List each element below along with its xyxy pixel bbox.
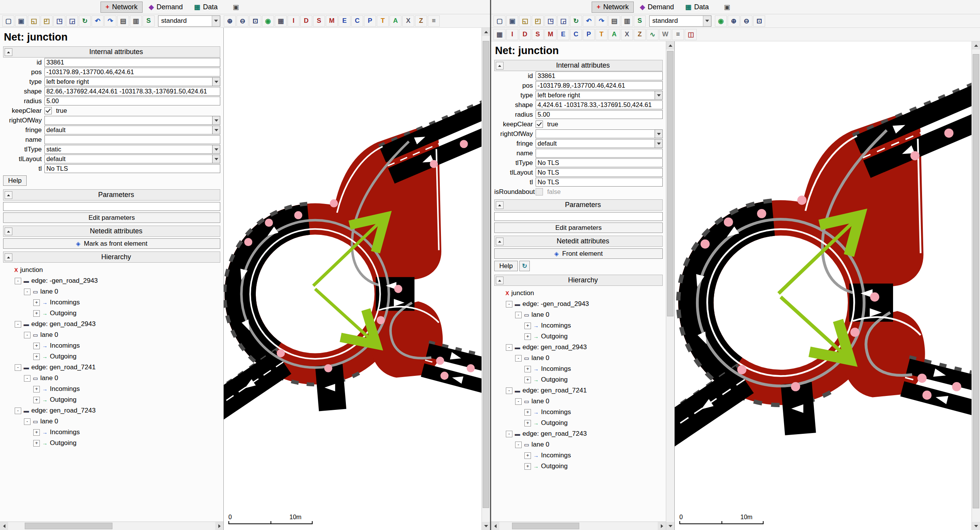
expander-icon[interactable]: - <box>515 398 522 405</box>
open-network-icon[interactable]: ◱ <box>28 15 40 27</box>
hierarchy-item[interactable]: - ▭ lane 0 <box>495 439 663 450</box>
collapse-icon[interactable] <box>5 191 12 199</box>
open-configuration-icon[interactable]: ◰ <box>532 15 544 27</box>
additional-mode-icon[interactable]: A <box>390 15 402 27</box>
expander-icon[interactable]: - <box>15 364 21 371</box>
open-configuration-icon[interactable]: ◰ <box>41 15 53 27</box>
hierarchy-item[interactable]: + → Outgoing <box>495 374 663 385</box>
menu-item[interactable] <box>536 5 544 9</box>
scroll-up-icon[interactable] <box>666 41 674 49</box>
window-frame-icon[interactable]: ▣ <box>233 3 239 11</box>
expander-icon[interactable]: - <box>515 442 522 448</box>
zoom-out-icon[interactable]: ⊖ <box>740 15 752 27</box>
collapse-icon[interactable] <box>5 228 12 235</box>
collapse-icon[interactable] <box>496 238 504 245</box>
compute-network-icon[interactable]: ▤ <box>117 15 129 27</box>
expander-icon[interactable]: + <box>33 310 40 317</box>
attribute-value-input[interactable]: left before right <box>44 77 213 86</box>
hierarchy-item[interactable]: + → Incomings <box>4 384 220 394</box>
save-network-icon[interactable]: ◳ <box>544 15 556 27</box>
zoom-in-icon[interactable]: ⊕ <box>224 15 236 27</box>
scroll-thumb[interactable] <box>512 523 579 529</box>
scroll-thumb[interactable] <box>973 54 979 508</box>
edit-parameters-button[interactable]: Edit parameters <box>494 223 663 233</box>
hierarchy-item[interactable]: X junction <box>4 265 220 275</box>
checkbox[interactable] <box>44 107 52 114</box>
attribute-value-input[interactable]: No TLS <box>536 178 663 187</box>
new-window-icon[interactable]: ▣ <box>506 15 518 27</box>
expander-icon[interactable]: + <box>524 323 531 329</box>
menu-item[interactable] <box>493 5 502 9</box>
expander-icon[interactable]: - <box>15 278 21 284</box>
hierarchy-item[interactable]: - ▬ edge: gen_road_2943 <box>495 342 663 353</box>
expander-icon[interactable]: + <box>33 440 40 447</box>
undo-icon[interactable]: ↶ <box>92 15 104 27</box>
hierarchy-item[interactable]: - ▭ lane 0 <box>495 309 663 320</box>
new-network-icon[interactable]: ▢ <box>493 15 505 27</box>
hierarchy-item[interactable]: - ▭ lane 0 <box>4 416 220 427</box>
inspect-mode-icon[interactable]: I <box>506 29 518 40</box>
open-sumo-gui-icon[interactable]: S <box>634 15 646 27</box>
zoom-fit-icon[interactable]: ⊡ <box>753 15 765 27</box>
options-icon[interactable]: ▥ <box>621 15 633 27</box>
hierarchy-item[interactable]: + → Incomings <box>4 340 220 351</box>
expander-icon[interactable]: + <box>524 409 531 416</box>
demand-tab[interactable]: ◆ Demand <box>635 2 679 13</box>
demand-tab[interactable]: ◆ Demand <box>144 2 188 13</box>
checkbox[interactable] <box>536 121 543 128</box>
hierarchy-item[interactable]: + → Outgoing <box>495 461 663 472</box>
attribute-value-input[interactable]: left before right <box>536 91 655 100</box>
menu-item[interactable] <box>553 5 561 9</box>
attribute-value-input[interactable] <box>44 116 213 125</box>
parameters-input[interactable] <box>494 212 663 221</box>
combo-arrow-icon[interactable] <box>655 139 663 148</box>
network-canvas[interactable]: 0 10m <box>674 41 971 530</box>
hierarchy-item[interactable]: + → Incomings <box>4 427 220 438</box>
connection-mode-icon[interactable]: C <box>570 29 582 40</box>
zoom-out-icon[interactable]: ⊖ <box>236 15 248 27</box>
combo-arrow-icon[interactable] <box>655 91 663 100</box>
hierarchy-item[interactable]: + → Outgoing <box>495 418 663 428</box>
delete-mode-icon[interactable]: D <box>519 29 531 40</box>
combo-arrow-icon[interactable] <box>213 77 220 86</box>
crossing-mode-icon[interactable]: X <box>621 29 633 40</box>
menu-item[interactable] <box>544 5 553 9</box>
hierarchy-item[interactable]: - ▭ lane 0 <box>4 286 220 297</box>
expander-icon[interactable]: + <box>33 429 40 436</box>
hierarchy-list-icon[interactable]: ≡ <box>428 15 440 27</box>
expander-icon[interactable]: - <box>515 312 522 318</box>
scroll-thumb[interactable] <box>25 523 112 529</box>
hierarchy-list-icon[interactable]: ≡ <box>672 29 684 40</box>
hierarchy-item[interactable]: + → Incomings <box>495 320 663 331</box>
expander-icon[interactable]: + <box>524 420 531 426</box>
combo-arrow-icon[interactable] <box>655 129 663 138</box>
hierarchy-item[interactable]: + → Outgoing <box>4 394 220 405</box>
attribute-value-input[interactable] <box>536 129 655 138</box>
expander-icon[interactable]: - <box>24 332 31 338</box>
save-plain-xml-icon[interactable]: ◲ <box>66 15 78 27</box>
expander-icon[interactable]: + <box>33 386 40 392</box>
expander-icon[interactable]: + <box>33 299 40 306</box>
front-element-button[interactable]: ◈ Mark as front element <box>3 238 220 249</box>
reload-icon[interactable]: ↻ <box>570 15 582 27</box>
help-extra-button[interactable]: ↻ <box>519 261 530 271</box>
parameters-input[interactable] <box>3 202 220 211</box>
hierarchy-item[interactable]: + → Incomings <box>495 407 663 418</box>
scroll-down-icon[interactable] <box>972 522 980 530</box>
collapse-icon[interactable] <box>5 253 12 261</box>
menu-item[interactable] <box>79 5 87 9</box>
menu-item[interactable] <box>53 5 62 9</box>
attribute-value-input[interactable]: 33861 <box>536 71 663 80</box>
toggle-grid-icon[interactable]: ▦ <box>275 15 287 27</box>
attribute-value-input[interactable]: No TLS <box>44 164 220 173</box>
attribute-value-input[interactable] <box>44 135 220 144</box>
hierarchy-item[interactable]: - ▭ lane 0 <box>495 353 663 364</box>
move-mode-icon[interactable]: M <box>544 29 556 40</box>
collapse-icon[interactable] <box>496 277 504 284</box>
data-tab[interactable]: ▦ Data <box>680 2 714 13</box>
attribute-value-input[interactable]: -103179.89,-137700.46,424.61 <box>44 68 220 76</box>
attribute-value-input[interactable]: true <box>546 120 663 128</box>
expander-icon[interactable]: - <box>24 289 31 295</box>
select-mode-icon[interactable]: S <box>532 29 544 40</box>
expander-icon[interactable]: - <box>24 375 31 382</box>
